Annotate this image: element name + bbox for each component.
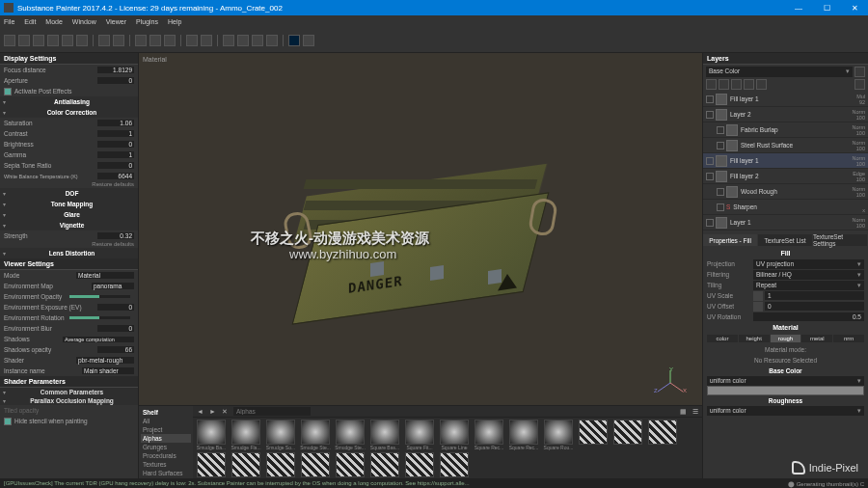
tool-bake[interactable] [149,35,161,46]
minimize-button[interactable]: — [789,4,808,13]
layer-row[interactable]: Fill layer 1Norm100 [703,153,868,169]
mode-value[interactable]: Material [76,272,134,279]
parallax-section[interactable]: Parallax Occlusion Mapping [0,396,138,405]
shelf-item[interactable] [611,420,644,450]
contrast-value[interactable]: 1 [97,130,134,137]
shelf-item[interactable] [577,420,610,450]
uvoffset-lock-icon[interactable] [753,302,763,312]
tab-properties-fill[interactable]: Properties - Fill [703,234,758,246]
layer-visibility-icon[interactable] [717,142,724,149]
tool-quickmask[interactable] [135,35,147,46]
channel-rough-button[interactable]: rough [771,335,801,342]
sepia-value[interactable]: 0 [97,162,134,169]
shelf-item[interactable] [264,452,297,477]
layer-visibility-icon[interactable] [717,126,724,134]
shelf-item[interactable] [299,452,332,477]
basecolor-dropdown[interactable]: uniform color [707,376,864,386]
tool-fill[interactable] [47,35,59,46]
restore-defaults-button[interactable]: Restore defaults [0,181,138,188]
saturation-value[interactable]: 1.06 [97,120,134,126]
brightness-value[interactable]: 0 [97,141,134,148]
layers-channel-dropdown[interactable]: Base Color [706,67,853,77]
menu-window[interactable]: Window [72,18,96,25]
filtering-dropdown[interactable]: Bilinear / HQ [753,270,864,280]
channel-metal-button[interactable]: metal [801,335,832,342]
shelf-view-grid-icon[interactable]: ▦ [680,408,687,416]
vignette-section[interactable]: Vignette [0,220,138,230]
tool-viewport-2d[interactable] [252,35,263,46]
layer-row[interactable]: Wood RoughNorm100 [703,184,868,200]
menu-plugins[interactable]: Plugins [136,18,158,25]
shelf-cat-grunges[interactable]: Grunges [141,443,191,451]
whitebalance-value[interactable]: 6644 [97,173,134,179]
layer-row[interactable]: SSharpenx [703,200,868,215]
basecolor-swatch[interactable] [707,386,864,395]
menu-edit[interactable]: Edit [24,18,36,25]
layer-visibility-icon[interactable] [717,203,724,211]
shelf-search-input[interactable] [233,407,311,416]
display-settings-header[interactable]: Display Settings [0,53,138,65]
tool-polygon-fill[interactable] [113,35,124,46]
layers-header[interactable]: Layers [703,53,868,65]
aperture-value[interactable]: 0 [97,77,134,84]
channel-nrm-button[interactable]: nrm [833,335,864,342]
shadowopacity-value[interactable]: 66 [97,346,134,353]
menu-mode[interactable]: Mode [45,18,63,25]
tiling-dropdown[interactable]: Repeat [753,281,864,290]
shelf-item[interactable] [646,420,679,450]
plugin-icon[interactable] [303,35,314,46]
add-fx-button[interactable] [731,79,742,90]
shelf-item[interactable]: Smudge Ste... [299,420,332,450]
layer-visibility-icon[interactable] [706,219,714,227]
envexposure-value[interactable]: 0 [97,304,134,311]
shelf-item[interactable]: Smudge So... [264,420,297,450]
channel-height-button[interactable]: height [739,335,770,342]
layer-visibility-icon[interactable] [717,188,724,196]
shelf-cat-project[interactable]: Project [141,425,191,434]
shelf-item[interactable] [195,452,228,477]
tab-textureset-list[interactable]: TextureSet List [758,234,813,246]
roughness-dropdown[interactable]: uniform color [707,406,864,416]
shader-parameters-header[interactable]: Shader Parameters [0,376,138,388]
shelf-item[interactable]: Smudge Ste... [334,420,366,450]
channel-color-button[interactable]: color [707,335,738,342]
shelf-item[interactable]: Smudge Ba... [195,420,228,450]
strength-value[interactable]: 0.32 [97,232,134,239]
lens-distortion-section[interactable]: Lens Distortion [0,248,138,258]
layer-row[interactable]: Steel Rust SurfaceNorm100 [703,138,868,153]
shelf-item[interactable]: Square Bas... [368,420,401,450]
menu-help[interactable]: Help [168,18,181,25]
layer-visibility-icon[interactable] [706,157,714,165]
menu-viewer[interactable]: Viewer [106,18,126,25]
layer-row[interactable]: Fill layer 2Edge100 [703,169,868,184]
shelf-item[interactable] [334,452,366,477]
add-mask-button[interactable] [744,79,754,90]
shelf-item[interactable]: Square Rou... [542,420,575,450]
common-parameters-section[interactable]: Common Parameters [0,388,138,396]
shelf-item[interactable]: Square Fit... [403,420,436,450]
layer-visibility-icon[interactable] [706,173,714,180]
tool-viewport-3d[interactable] [266,35,278,46]
tool-eraser[interactable] [18,35,30,46]
viewer-settings-header[interactable]: Viewer Settings [0,258,138,270]
tool-symmetry[interactable] [223,35,234,46]
add-layer-button[interactable] [706,79,717,90]
uvscale-lock-icon[interactable] [753,291,763,301]
shelf-item[interactable]: Smudge Fla... [230,420,262,450]
add-fill-layer-button[interactable] [719,79,729,90]
shelf-cat-textures[interactable]: Textures [141,460,191,469]
envopacity-slider[interactable] [69,295,131,298]
shelf-item[interactable]: Square Rec... [507,420,540,450]
tool-iray[interactable] [164,35,176,46]
envmap-value[interactable]: panorama [92,283,134,289]
shelf-cat-hardsurfaces[interactable]: Hard Surfaces [141,469,191,477]
shelf-item[interactable] [403,452,436,477]
tool-clone[interactable] [76,35,88,46]
tonemapping-section[interactable]: Tone Mapping [0,199,138,209]
close-button[interactable]: ✕ [846,4,864,13]
color-correction-section[interactable]: Color Correction [0,107,138,118]
layer-row[interactable]: Layer 1Norm100 [703,215,868,230]
shelf-nav-back-icon[interactable]: ◄ [197,408,203,415]
layer-visibility-icon[interactable] [706,95,714,103]
shelf-item[interactable]: Square Line [438,420,471,450]
